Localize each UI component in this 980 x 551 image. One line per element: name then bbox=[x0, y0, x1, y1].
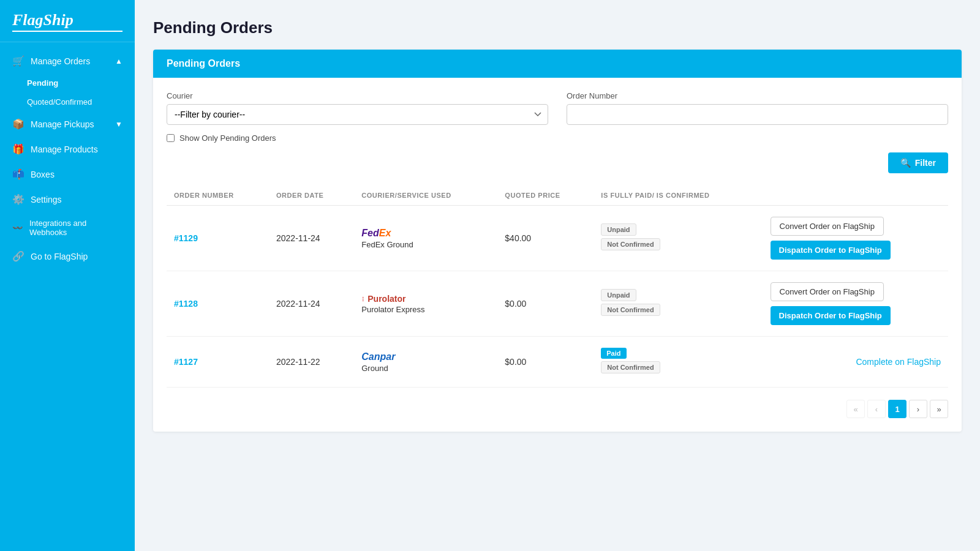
filter-btn-row: 🔍 Filter bbox=[167, 152, 948, 173]
sidebar-item-quoted-confirmed[interactable]: Quoted/Confirmed bbox=[0, 92, 135, 111]
integrations-icon: 〰️ bbox=[12, 223, 23, 233]
page-title: Pending Orders bbox=[153, 18, 962, 37]
sidebar-item-manage-pickups[interactable]: 📦 Manage Pickups ▼ bbox=[0, 111, 135, 137]
col-courier: COURIER/SERVICE USED bbox=[354, 186, 497, 206]
filter-row: Courier --Filter by courier-- Show Only … bbox=[167, 91, 948, 143]
order-date-0: 2022-11-24 bbox=[269, 206, 354, 271]
dispatch-order-btn-0[interactable]: Dispatch Order to FlagShip bbox=[771, 241, 891, 260]
card-body: Courier --Filter by courier-- Show Only … bbox=[153, 78, 962, 432]
order-actions-0: Convert Order on FlagShip Dispatch Order… bbox=[763, 206, 948, 271]
order-number-label: Order Number bbox=[567, 91, 948, 100]
pending-label: Pending bbox=[27, 78, 58, 88]
paid-badge-2: Paid bbox=[601, 348, 626, 359]
convert-order-btn-0[interactable]: Convert Order on FlagShip bbox=[771, 217, 884, 236]
table-row: #11282022-11-24⫶PurolatorPurolator Expre… bbox=[167, 271, 948, 337]
table-header-row: ORDER NUMBER ORDER DATE COURIER/SERVICE … bbox=[167, 186, 948, 206]
order-link-1[interactable]: #1128 bbox=[174, 299, 198, 309]
col-actions bbox=[763, 186, 948, 206]
order-courier-2: CanparGround bbox=[354, 337, 497, 388]
courier-service-0: FedEx Ground bbox=[361, 240, 490, 249]
main-content: Pending Orders Pending Orders Courier --… bbox=[135, 0, 980, 551]
confirmed-badge-0: Not Confirmed bbox=[601, 238, 660, 250]
sidebar-item-settings[interactable]: ⚙️ Settings bbox=[0, 187, 135, 212]
orders-icon: 🛒 bbox=[12, 55, 24, 67]
manage-orders-label: Manage Orders bbox=[31, 56, 90, 66]
paid-badge-1: Unpaid bbox=[601, 289, 636, 301]
card-header: Pending Orders bbox=[153, 50, 962, 78]
order-actions-1: Convert Order on FlagShip Dispatch Order… bbox=[763, 271, 948, 337]
order-status-0: UnpaidNot Confirmed bbox=[594, 206, 763, 271]
order-date-1: 2022-11-24 bbox=[269, 271, 354, 337]
order-date-2: 2022-11-22 bbox=[269, 337, 354, 388]
col-paid-confirmed: IS FULLY PAID/ IS CONFIRMED bbox=[594, 186, 763, 206]
col-quoted-price: QUOTED PRICE bbox=[497, 186, 594, 206]
quoted-price-0: $40.00 bbox=[497, 206, 594, 271]
page-next-btn[interactable]: › bbox=[909, 400, 927, 418]
courier-service-2: Ground bbox=[361, 364, 490, 373]
order-actions-2: Complete on FlagShip bbox=[763, 337, 948, 388]
sidebar-item-manage-products[interactable]: 🎁 Manage Products bbox=[0, 137, 135, 162]
order-courier-0: FedExFedEx Ground bbox=[354, 206, 497, 271]
settings-label: Settings bbox=[31, 195, 62, 204]
app-logo: FlagShip bbox=[12, 11, 123, 29]
courier-filter-select[interactable]: --Filter by courier-- bbox=[167, 104, 548, 125]
show-pending-label[interactable]: Show Only Pending Orders bbox=[179, 133, 276, 143]
show-pending-row: Show Only Pending Orders bbox=[167, 133, 548, 143]
manage-products-label: Manage Products bbox=[31, 144, 98, 154]
pickups-arrow: ▼ bbox=[115, 120, 123, 129]
sidebar-nav: 🛒 Manage Orders ▲ Pending Quoted/Confirm… bbox=[0, 42, 135, 551]
order-number-input[interactable] bbox=[567, 104, 948, 125]
fedex-logo: FedEx bbox=[361, 228, 490, 239]
filter-button[interactable]: 🔍 Filter bbox=[888, 152, 948, 173]
col-order-number: ORDER NUMBER bbox=[167, 186, 269, 206]
complete-order-btn-2[interactable]: Complete on FlagShip bbox=[856, 357, 941, 367]
page-first-btn[interactable]: « bbox=[846, 400, 865, 418]
order-number-filter-group: Order Number bbox=[567, 91, 948, 125]
search-icon: 🔍 bbox=[900, 158, 911, 168]
page-prev-btn[interactable]: ‹ bbox=[867, 400, 886, 418]
sidebar-item-boxes[interactable]: 📫 Boxes bbox=[0, 162, 135, 187]
table-row: #11292022-11-24FedExFedEx Ground$40.00Un… bbox=[167, 206, 948, 271]
sidebar-item-integrations[interactable]: 〰️ Integrations and Webhooks bbox=[0, 212, 135, 244]
quoted-confirmed-label: Quoted/Confirmed bbox=[27, 97, 92, 107]
logo-underline bbox=[12, 31, 123, 32]
logo-area: FlagShip bbox=[0, 0, 135, 42]
quoted-price-2: $0.00 bbox=[497, 337, 594, 388]
order-courier-1: ⫶PurolatorPurolator Express bbox=[354, 271, 497, 337]
order-link-0[interactable]: #1129 bbox=[174, 233, 198, 243]
go-flagship-label: Go to FlagShip bbox=[31, 252, 88, 261]
sidebar-item-manage-orders[interactable]: 🛒 Manage Orders ▲ bbox=[0, 48, 135, 73]
quoted-price-1: $0.00 bbox=[497, 271, 594, 337]
pickups-icon: 📦 bbox=[12, 118, 24, 130]
pending-orders-card: Pending Orders Courier --Filter by couri… bbox=[153, 50, 962, 432]
page-last-btn[interactable]: » bbox=[930, 400, 948, 418]
go-flagship-icon: 🔗 bbox=[12, 250, 24, 262]
sidebar-item-go-to-flagship[interactable]: 🔗 Go to FlagShip bbox=[0, 244, 135, 269]
courier-service-1: Purolator Express bbox=[361, 305, 490, 314]
order-status-1: UnpaidNot Confirmed bbox=[594, 271, 763, 337]
boxes-icon: 📫 bbox=[12, 168, 24, 180]
manage-pickups-label: Manage Pickups bbox=[31, 119, 94, 129]
convert-order-btn-1[interactable]: Convert Order on FlagShip bbox=[771, 282, 884, 301]
sidebar-item-pending[interactable]: Pending bbox=[0, 73, 135, 92]
sidebar: FlagShip 🛒 Manage Orders ▲ Pending Quote… bbox=[0, 0, 135, 551]
courier-filter-group: Courier --Filter by courier-- Show Only … bbox=[167, 91, 548, 143]
settings-icon: ⚙️ bbox=[12, 193, 24, 205]
orders-table: ORDER NUMBER ORDER DATE COURIER/SERVICE … bbox=[167, 186, 948, 388]
page-current-btn[interactable]: 1 bbox=[888, 400, 907, 418]
integrations-label: Integrations and Webhooks bbox=[29, 219, 123, 237]
boxes-label: Boxes bbox=[31, 170, 55, 179]
confirmed-badge-2: Not Confirmed bbox=[601, 361, 660, 373]
purolator-logo: ⫶Purolator bbox=[361, 294, 490, 304]
show-pending-checkbox[interactable] bbox=[167, 134, 175, 142]
order-link-2[interactable]: #1127 bbox=[174, 357, 198, 367]
filter-button-label: Filter bbox=[915, 158, 936, 168]
col-order-date: ORDER DATE bbox=[269, 186, 354, 206]
orders-arrow: ▲ bbox=[115, 57, 123, 66]
dispatch-order-btn-1[interactable]: Dispatch Order to FlagShip bbox=[771, 306, 891, 325]
products-icon: 🎁 bbox=[12, 143, 24, 155]
table-head: ORDER NUMBER ORDER DATE COURIER/SERVICE … bbox=[167, 186, 948, 206]
confirmed-badge-1: Not Confirmed bbox=[601, 304, 660, 316]
order-status-2: PaidNot Confirmed bbox=[594, 337, 763, 388]
pagination: « ‹ 1 › » bbox=[167, 400, 948, 418]
